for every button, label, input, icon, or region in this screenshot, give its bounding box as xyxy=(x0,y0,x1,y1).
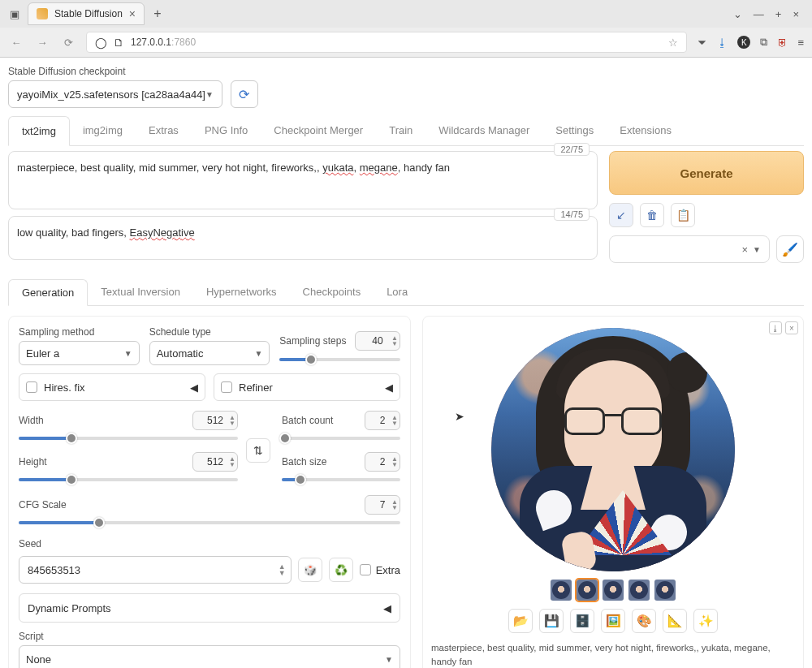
swap-dimensions-button[interactable]: ⇅ xyxy=(246,438,270,463)
send-inpaint-button[interactable]: 🎨 xyxy=(632,609,656,633)
schedule-type-select[interactable]: Automatic▼ xyxy=(149,341,270,365)
output-thumbnails xyxy=(423,580,803,601)
chevron-down-icon[interactable]: ⌄ xyxy=(733,8,742,20)
subtab-lora[interactable]: Lora xyxy=(374,279,421,305)
close-output-button[interactable]: × xyxy=(785,321,798,334)
new-tab-button[interactable]: + xyxy=(148,6,167,21)
sampling-method-select[interactable]: Euler a▼ xyxy=(19,341,140,365)
back-button[interactable]: ← xyxy=(8,34,24,50)
zip-button[interactable]: 🗄️ xyxy=(570,609,594,633)
negative-prompt-input[interactable]: low quality, bad fingers, EasyNegative xyxy=(8,216,598,260)
refiner-toggle[interactable]: Refiner ◀ xyxy=(214,373,400,401)
chevron-down-icon: ▼ xyxy=(205,90,214,99)
random-seed-button[interactable]: 🎲 xyxy=(298,558,322,582)
thumbnail[interactable] xyxy=(603,580,624,601)
height-slider[interactable] xyxy=(19,474,238,485)
script-select[interactable]: None▼ xyxy=(19,645,400,668)
batch-size-label: Batch size xyxy=(282,456,326,468)
close-window-icon[interactable]: × xyxy=(793,8,799,20)
positive-prompt-input[interactable]: masterpiece, best quality, mid summer, v… xyxy=(8,151,598,209)
batch-count-slider[interactable] xyxy=(282,433,400,444)
pocket-icon[interactable]: ⏷ xyxy=(697,37,707,49)
output-image[interactable] xyxy=(491,328,735,571)
width-slider[interactable] xyxy=(19,433,238,444)
save-button[interactable]: 💾 xyxy=(539,609,564,633)
checkpoint-value: yayoiMix_v25.safetensors [ca28aa4a44] xyxy=(17,88,205,101)
send-img2img-button[interactable]: 🖼️ xyxy=(601,609,625,633)
tab-img2img[interactable]: img2img xyxy=(70,116,136,145)
generate-button[interactable]: Generate xyxy=(609,151,804,195)
seed-input[interactable]: 845653513▲▼ xyxy=(19,556,292,584)
extensions-icon[interactable]: ⧉ xyxy=(760,36,767,49)
ublock-icon[interactable]: ⛨ xyxy=(777,37,788,49)
refresh-checkpoint-button[interactable]: ⟳ xyxy=(231,80,258,108)
reuse-seed-button[interactable]: ♻️ xyxy=(329,558,353,582)
sampling-steps-input[interactable]: 40▲▼ xyxy=(355,331,400,351)
edit-style-button[interactable]: 🖌️ xyxy=(776,235,804,263)
subtab-textual-inversion[interactable]: Textual Inversion xyxy=(88,279,193,305)
star-button[interactable]: ✨ xyxy=(693,609,718,633)
height-label: Height xyxy=(19,456,47,468)
tab-settings[interactable]: Settings xyxy=(542,116,607,145)
expand-icon: ◀ xyxy=(383,602,391,614)
thumbnail[interactable] xyxy=(654,580,676,601)
download-icon[interactable]: ⭳ xyxy=(717,37,728,49)
sub-tabs: Generation Textual Inversion Hypernetwor… xyxy=(8,279,804,306)
sidebar-toggle-icon[interactable]: ▣ xyxy=(5,4,24,24)
batch-size-input[interactable]: 2▲▼ xyxy=(365,452,400,472)
tab-pnginfo[interactable]: PNG Info xyxy=(192,116,261,145)
url-host: 127.0.0.1 xyxy=(131,37,171,48)
tab-favicon-icon xyxy=(37,8,48,19)
generation-settings: Sampling method Euler a▼ Schedule type A… xyxy=(8,316,411,668)
tab-wildcards[interactable]: Wildcards Manager xyxy=(425,116,542,145)
hires-fix-toggle[interactable]: Hires. fix ◀ xyxy=(19,373,205,401)
thumbnail[interactable] xyxy=(628,580,650,601)
positive-counter: 22/75 xyxy=(554,143,590,156)
checkpoint-section: Stable Diffusion checkpoint yayoiMix_v25… xyxy=(8,66,804,108)
clear-prompt-button[interactable]: 🗑 xyxy=(640,203,664,227)
clear-icon[interactable]: × xyxy=(742,243,749,256)
cfg-input[interactable]: 7▲▼ xyxy=(365,495,400,515)
forward-button[interactable]: → xyxy=(34,34,50,50)
address-bar[interactable]: ◯ 🗋 127.0.0.1:7860 ☆ xyxy=(86,32,687,53)
open-folder-button[interactable]: 📂 xyxy=(508,609,533,633)
styles-select[interactable]: ×▼ xyxy=(609,235,770,263)
dynamic-prompts-accordion[interactable]: Dynamic Prompts ◀ xyxy=(19,593,400,623)
profile-k-icon[interactable]: K xyxy=(737,36,750,49)
tab-extras[interactable]: Extras xyxy=(136,116,192,145)
cfg-label: CFG Scale xyxy=(19,499,67,511)
tab-checkpoint-merger[interactable]: Checkpoint Merger xyxy=(261,116,376,145)
checkpoint-label: Stable Diffusion checkpoint xyxy=(8,66,804,77)
tab-txt2img[interactable]: txt2img xyxy=(8,116,70,146)
batch-count-input[interactable]: 2▲▼ xyxy=(365,411,400,430)
batch-size-slider[interactable] xyxy=(282,474,400,485)
main-tabs: txt2img img2img Extras PNG Info Checkpoi… xyxy=(8,116,804,146)
checkpoint-select[interactable]: yayoiMix_v25.safetensors [ca28aa4a44] ▼ xyxy=(8,80,222,108)
minimize-icon[interactable]: — xyxy=(754,8,764,20)
interrogate-button[interactable]: ↙ xyxy=(609,203,633,227)
download-output-button[interactable]: ⭳ xyxy=(769,321,782,334)
height-input[interactable]: 512▲▼ xyxy=(192,452,238,472)
tab-train[interactable]: Train xyxy=(376,116,425,145)
thumbnail[interactable] xyxy=(551,580,572,601)
url-port: :7860 xyxy=(171,37,196,48)
bookmark-star-icon[interactable]: ☆ xyxy=(668,37,678,49)
thumbnail-selected[interactable] xyxy=(577,580,598,601)
menu-icon[interactable]: ≡ xyxy=(797,37,804,49)
sampling-steps-slider[interactable] xyxy=(279,354,400,365)
subtab-hypernetworks[interactable]: Hypernetworks xyxy=(193,279,290,305)
tab-close-icon[interactable]: × xyxy=(129,7,136,20)
seed-extra-toggle[interactable]: Extra xyxy=(360,564,400,576)
output-panel: ⭳ × 📂 � xyxy=(422,316,804,668)
reload-button[interactable]: ⟳ xyxy=(60,34,76,50)
positive-prompt-wrap: 22/75 masterpiece, best quality, mid sum… xyxy=(8,151,598,209)
paste-button[interactable]: 📋 xyxy=(671,203,695,227)
width-input[interactable]: 512▲▼ xyxy=(192,411,238,430)
subtab-generation[interactable]: Generation xyxy=(8,279,88,306)
maximize-icon[interactable]: + xyxy=(775,8,782,20)
tab-extensions[interactable]: Extensions xyxy=(607,116,685,145)
subtab-checkpoints[interactable]: Checkpoints xyxy=(290,279,374,305)
cfg-slider[interactable] xyxy=(19,517,400,528)
send-extras-button[interactable]: 📐 xyxy=(663,609,687,633)
browser-tab[interactable]: Stable Diffusion × xyxy=(28,2,145,25)
